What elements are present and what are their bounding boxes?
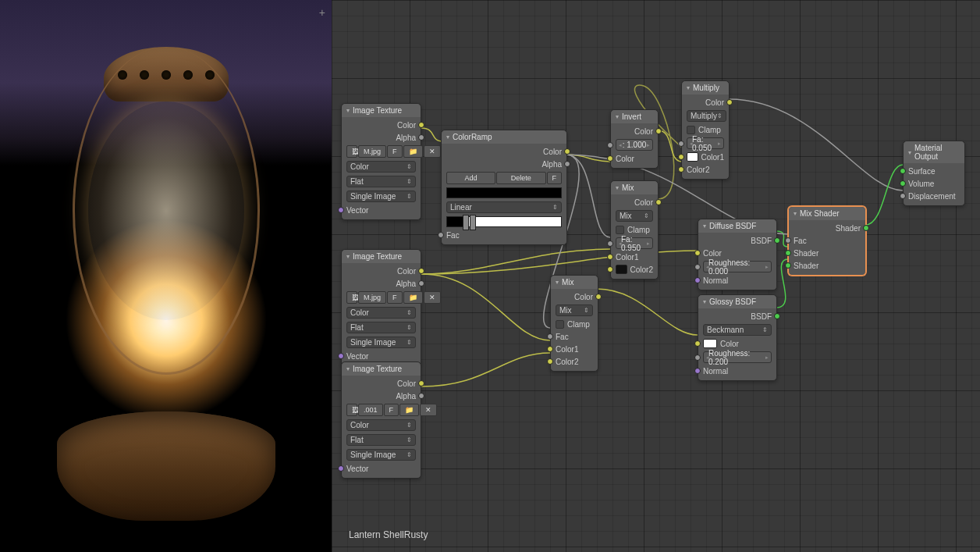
- ramp-flip-button[interactable]: F: [547, 172, 563, 184]
- expand-icon[interactable]: +: [319, 6, 325, 19]
- invert-fac-input[interactable]: : 1.000: [616, 139, 653, 151]
- node-colorramp[interactable]: ColorRamp Color Alpha Add Delete F Linea…: [441, 130, 567, 245]
- source-dropdown[interactable]: Single Image: [346, 191, 416, 202]
- node-image-texture-1[interactable]: Image Texture Color Alpha 🖼 M.jpg F 📁 ✕ …: [341, 103, 421, 220]
- ramp-gradient[interactable]: [446, 216, 562, 227]
- node-image-texture-3[interactable]: Image Texture Color Alpha 🖼 .001 F 📁✕ Co…: [341, 361, 421, 479]
- node-material-output[interactable]: Material Output Surface Volume Displacem…: [903, 141, 965, 206]
- color2-swatch[interactable]: [616, 265, 627, 274]
- node-mix-2[interactable]: Mix Color Mix Clamp Fac Color1 Color2: [550, 275, 598, 372]
- material-name-label: Lantern ShellRusty: [349, 529, 428, 540]
- ramp-add-button[interactable]: Add: [446, 172, 495, 184]
- node-image-texture-2[interactable]: Image Texture Color Alpha 🖼 M.jpg F 📁✕ C…: [341, 249, 421, 366]
- node-multiply[interactable]: Multiply Color Multiply Clamp Fa: 0.050 …: [681, 80, 730, 180]
- roughness-input[interactable]: Roughness: 0.000: [703, 261, 772, 272]
- colorspace-dropdown[interactable]: Color: [346, 161, 416, 173]
- node-mix-1[interactable]: Mix Color Mix Clamp Fa: 0.950 Color1 Col…: [610, 180, 659, 280]
- blend-dropdown[interactable]: Mix: [616, 210, 653, 222]
- ramp-delete-button[interactable]: Delete: [496, 172, 545, 184]
- node-glossy-bsdf[interactable]: Glossy BSDF BSDF Beckmann Color Roughnes…: [698, 294, 777, 381]
- mix-fac-input[interactable]: Fa: 0.950: [616, 237, 653, 249]
- image-browse-row[interactable]: 🖼 M.jpg F 📁 ✕: [342, 144, 421, 159]
- node-mix-shader[interactable]: Mix Shader Shader Fac Shader Shader: [788, 206, 866, 276]
- node-editor[interactable]: Image Texture Color Alpha 🖼 M.jpg F 📁 ✕ …: [332, 0, 980, 552]
- render-preview: +: [0, 0, 332, 552]
- projection-dropdown[interactable]: Flat: [346, 176, 416, 187]
- node-invert[interactable]: Invert Color : 1.000 Color: [610, 109, 659, 169]
- node-header[interactable]: Image Texture: [342, 104, 421, 117]
- interp-dropdown[interactable]: Linear: [446, 201, 562, 213]
- ramp-preview: [446, 187, 562, 198]
- clamp-checkbox[interactable]: [616, 226, 624, 234]
- node-diffuse-bsdf[interactable]: Diffuse BSDF BSDF Color Roughness: 0.000…: [698, 219, 777, 290]
- distribution-dropdown[interactable]: Beckmann: [703, 324, 772, 336]
